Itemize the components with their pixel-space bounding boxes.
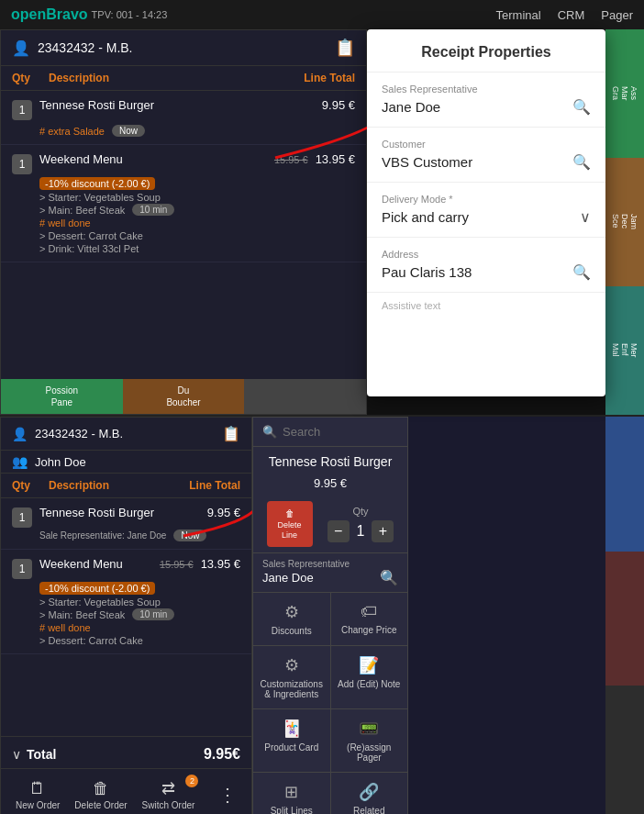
- action-reassign-pager[interactable]: 📟 (Re)assign Pager: [331, 709, 408, 772]
- bottom-btn-possion[interactable]: Possion Pane: [1, 379, 123, 414]
- action-product-card[interactable]: 🃏 Product Card: [253, 709, 330, 772]
- order-item-b1[interactable]: 1 Tennese Rosti Burger 9.95 € Sale Repre…: [1, 498, 251, 550]
- sub-item-2-1: > Main: Beef Steak: [39, 205, 125, 216]
- order-item-1[interactable]: 1 Tennese Rosti Burger 9.95 € # extra Sa…: [1, 91, 366, 145]
- address-search-btn[interactable]: 🔍: [572, 263, 591, 281]
- product-card-icon: 🃏: [282, 719, 302, 739]
- search-input[interactable]: [283, 425, 437, 439]
- context-sales-rep-label: Sales Representative: [262, 559, 398, 569]
- customer-id: 23432432 - M.B.: [38, 40, 133, 55]
- delete-order-btn[interactable]: 🗑 Delete Order: [67, 775, 134, 814]
- sub-item-2-2: # well done: [39, 217, 355, 229]
- sales-rep-search-btn[interactable]: 🔍: [572, 98, 591, 116]
- bottom-btns: Possion Pane Du Boucher: [1, 379, 366, 414]
- customer-info: 👤 23432432 - M.B.: [12, 39, 133, 57]
- top-bar: openBravo TPV: 001 - 14:23 Terminal CRM …: [0, 0, 644, 29]
- address-field: Address Pau Claris 138 🔍: [367, 238, 605, 293]
- context-product-name: Tennese Rosti Burger: [253, 447, 407, 476]
- sub-b2-1: > Main: Beef Steak: [39, 609, 125, 620]
- nav-pager[interactable]: Pager: [601, 8, 633, 22]
- nav-terminal[interactable]: Terminal: [496, 8, 541, 22]
- delivery-mode-dropdown[interactable]: ∨: [580, 208, 591, 226]
- item-tag-1: Now: [112, 125, 145, 137]
- item-note-1: # extra Salade: [39, 126, 105, 137]
- context-sales-rep-value: Jane Doe 🔍: [262, 569, 398, 586]
- product-card-label: Product Card: [264, 742, 318, 753]
- order-item-2[interactable]: 1 Weekend Menu 15.95 € 13.95 € -10% disc…: [1, 145, 366, 262]
- context-product-price: 9.95 €: [253, 476, 407, 496]
- order-items-bottom: 1 Tennese Rosti Burger 9.95 € Sale Repre…: [1, 498, 251, 654]
- customer-id-bottom: 23432432 - M.B.: [35, 427, 123, 440]
- item-prices-b2: 15.95 € 13.95 €: [160, 557, 240, 571]
- right-btn-3[interactable]: MerEnfMal: [605, 286, 644, 415]
- order-item-b2[interactable]: 1 Weekend Menu 15.95 € 13.95 € -10% disc…: [1, 550, 251, 654]
- qty-plus-btn[interactable]: +: [372, 520, 394, 542]
- bottom-btn-extra[interactable]: [244, 379, 366, 414]
- address-value: Pau Claris 138: [382, 264, 472, 280]
- item-name-2: Weekend Menu: [39, 152, 267, 166]
- sales-rep-label: Sales Representative: [382, 84, 591, 95]
- bottom-btn-boucher[interactable]: Du Boucher: [123, 379, 245, 414]
- receipt-panel: Receipt Properties Sales Representative …: [367, 29, 605, 396]
- action-split-lines[interactable]: ⊞ Split Lines: [253, 773, 330, 814]
- right-btns-bottom: [605, 417, 644, 814]
- add-note-icon: 📝: [359, 655, 379, 675]
- right-btn-b3[interactable]: [605, 686, 644, 814]
- chevron-icon: ∨: [12, 747, 21, 762]
- pos-panel-top: 👤 23432432 - M.B. 📋 Qty Description Line…: [0, 29, 367, 415]
- split-lines-icon: ⊞: [284, 782, 298, 802]
- new-order-label: New Order: [16, 800, 60, 810]
- qty-minus-btn[interactable]: −: [328, 520, 350, 542]
- action-related-services[interactable]: 🔗 Related Services: [331, 773, 408, 814]
- action-change-price[interactable]: 🏷 Change Price: [331, 593, 408, 645]
- qty-header-b: Qty: [12, 479, 49, 492]
- more-btn[interactable]: ⋮: [211, 780, 244, 809]
- change-price-icon: 🏷: [361, 602, 377, 621]
- action-discounts[interactable]: ⚙ Discounts: [253, 593, 330, 645]
- delete-line-btn[interactable]: 🗑 Delete Line: [267, 501, 313, 547]
- right-btns: AssMarGra JamDecSce MerEnfMal: [605, 29, 644, 415]
- delete-order-icon: 🗑: [93, 779, 109, 798]
- sales-rep-value: Jane Doe: [382, 99, 440, 115]
- delivery-mode-label: Delivery Mode *: [382, 194, 591, 205]
- column-headers: Qty Description Line Total: [1, 66, 366, 91]
- sub-b2-2: # well done: [39, 622, 240, 633]
- action-customizations[interactable]: ⚙ Customizations & Ingredients: [253, 646, 330, 708]
- sub-b2-3: > Dessert: Carrot Cake: [39, 635, 240, 646]
- total-value: 9.95€: [204, 746, 240, 763]
- assistive-text: Assistive text: [367, 293, 605, 318]
- new-order-btn[interactable]: 🗒 New Order: [8, 775, 67, 814]
- qty-badge-2: 1: [12, 154, 32, 174]
- right-btn-b2[interactable]: [605, 552, 644, 686]
- sub-b2-0: > Starter: Vegetables Soup: [39, 597, 240, 608]
- switch-order-btn[interactable]: ⇄ Switch Order 2: [135, 775, 203, 814]
- pos-header: 👤 23432432 - M.B. 📋: [1, 30, 366, 66]
- item-rep-b1: Sale Representative: Jane Doe: [39, 530, 166, 541]
- receipt-icon[interactable]: 📋: [335, 38, 355, 58]
- sales-rep-field: Sales Representative Jane Doe 🔍: [367, 72, 605, 128]
- qty-badge-1: 1: [12, 100, 32, 120]
- tpv-label: TPV: 001 - 14:23: [92, 9, 168, 20]
- context-menu: 🔍 Tennese Rosti Burger 9.95 € 🗑 Delete L…: [252, 417, 408, 814]
- context-sales-rep-search[interactable]: 🔍: [380, 569, 398, 586]
- customer-label: Customer: [382, 139, 591, 150]
- action-add-note[interactable]: 📝 Add (Edit) Note: [331, 646, 408, 708]
- customer-field: Customer VBS Customer 🔍: [367, 128, 605, 183]
- discounts-icon: ⚙: [284, 602, 299, 622]
- customer-search-btn[interactable]: 🔍: [572, 153, 591, 171]
- reassign-pager-label: (Re)assign Pager: [335, 742, 405, 763]
- trash-icon: 🗑: [285, 508, 294, 519]
- qty-value: 1: [357, 523, 365, 540]
- item-name-b1: Tennese Rosti Burger: [39, 506, 200, 519]
- nav-crm[interactable]: CRM: [558, 8, 585, 22]
- qty-header: Qty: [12, 72, 49, 84]
- right-btn-2[interactable]: JamDecSce: [605, 158, 644, 286]
- total-header: Line Total: [282, 72, 355, 84]
- orig-price-b2: 15.95 €: [160, 559, 194, 570]
- right-btn-b1[interactable]: [605, 417, 644, 552]
- desc-header: Description: [49, 72, 282, 84]
- order-items: 1 Tennese Rosti Burger 9.95 € # extra Sa…: [1, 91, 366, 262]
- receipt-icon-bottom[interactable]: 📋: [222, 425, 240, 442]
- qty-badge-b2: 1: [12, 559, 32, 579]
- right-btn-1[interactable]: AssMarGra: [605, 29, 644, 158]
